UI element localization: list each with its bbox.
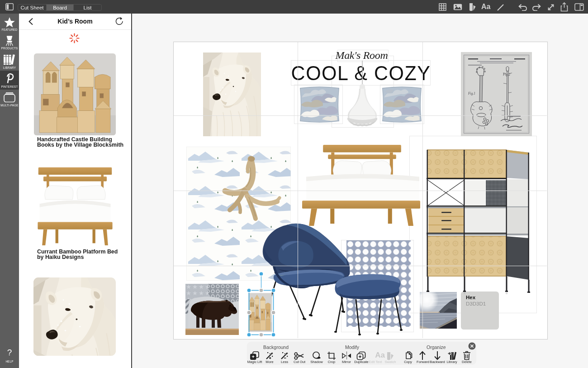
svg-text:Fig.2: Fig.2 — [503, 72, 510, 76]
svg-text:Fig.1: Fig.1 — [468, 91, 475, 96]
